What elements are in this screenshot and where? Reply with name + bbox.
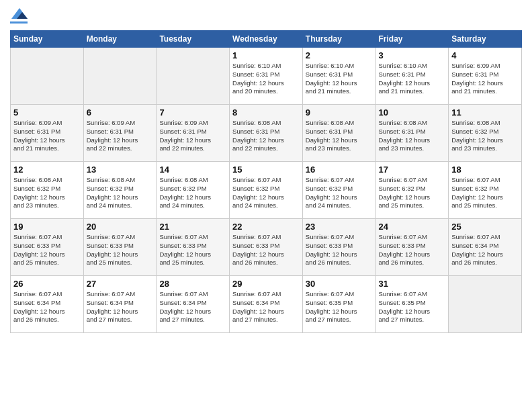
day-info: Sunrise: 6:07 AM Sunset: 6:34 PM Dayligh… — [451, 233, 519, 267]
day-info: Sunrise: 6:08 AM Sunset: 6:31 PM Dayligh… — [306, 119, 373, 153]
calendar-cell: 15Sunrise: 6:07 AM Sunset: 6:32 PM Dayli… — [230, 162, 303, 219]
day-number: 22 — [232, 222, 300, 232]
day-info: Sunrise: 6:07 AM Sunset: 6:32 PM Dayligh… — [232, 176, 300, 210]
day-info: Sunrise: 6:07 AM Sunset: 6:34 PM Dayligh… — [13, 290, 81, 324]
calendar-cell: 3Sunrise: 6:10 AM Sunset: 6:31 PM Daylig… — [375, 48, 449, 105]
calendar-cell: 1Sunrise: 6:10 AM Sunset: 6:31 PM Daylig… — [230, 48, 303, 105]
day-number: 12 — [13, 165, 81, 175]
day-info: Sunrise: 6:07 AM Sunset: 6:32 PM Dayligh… — [451, 176, 519, 210]
logo-icon — [11, 7, 28, 20]
day-info: Sunrise: 6:08 AM Sunset: 6:31 PM Dayligh… — [232, 119, 300, 153]
calendar-cell: 28Sunrise: 6:07 AM Sunset: 6:34 PM Dayli… — [157, 276, 230, 333]
day-info: Sunrise: 6:07 AM Sunset: 6:33 PM Dayligh… — [87, 233, 154, 267]
calendar-week-4: 19Sunrise: 6:07 AM Sunset: 6:33 PM Dayli… — [11, 219, 522, 276]
calendar-cell: 24Sunrise: 6:07 AM Sunset: 6:33 PM Dayli… — [375, 219, 449, 276]
calendar-cell: 6Sunrise: 6:09 AM Sunset: 6:31 PM Daylig… — [83, 105, 157, 162]
day-number: 5 — [13, 107, 81, 118]
day-info: Sunrise: 6:10 AM Sunset: 6:31 PM Dayligh… — [306, 62, 373, 96]
day-info: Sunrise: 6:08 AM Sunset: 6:31 PM Dayligh… — [379, 119, 446, 153]
calendar-cell: 8Sunrise: 6:08 AM Sunset: 6:31 PM Daylig… — [230, 105, 303, 162]
calendar-week-1: 1Sunrise: 6:10 AM Sunset: 6:31 PM Daylig… — [11, 48, 522, 105]
day-info: Sunrise: 6:09 AM Sunset: 6:31 PM Dayligh… — [159, 119, 226, 153]
day-number: 14 — [159, 165, 226, 175]
weekday-header-wednesday: Wednesday — [230, 31, 303, 48]
day-number: 20 — [87, 222, 154, 232]
day-info: Sunrise: 6:08 AM Sunset: 6:32 PM Dayligh… — [451, 119, 519, 153]
day-number: 28 — [159, 279, 226, 289]
calendar-cell — [83, 48, 157, 105]
day-number: 25 — [451, 222, 519, 232]
day-info: Sunrise: 6:09 AM Sunset: 6:31 PM Dayligh… — [87, 119, 154, 153]
day-number: 13 — [87, 165, 154, 175]
calendar-cell: 7Sunrise: 6:09 AM Sunset: 6:31 PM Daylig… — [157, 105, 230, 162]
day-info: Sunrise: 6:07 AM Sunset: 6:32 PM Dayligh… — [379, 176, 446, 210]
day-number: 3 — [379, 50, 446, 60]
calendar-cell — [449, 276, 522, 333]
day-number: 9 — [306, 107, 373, 118]
calendar-cell: 31Sunrise: 6:07 AM Sunset: 6:35 PM Dayli… — [375, 276, 449, 333]
header — [10, 7, 522, 24]
calendar-cell: 29Sunrise: 6:07 AM Sunset: 6:34 PM Dayli… — [230, 276, 303, 333]
calendar-week-5: 26Sunrise: 6:07 AM Sunset: 6:34 PM Dayli… — [11, 276, 522, 333]
day-info: Sunrise: 6:08 AM Sunset: 6:32 PM Dayligh… — [87, 176, 154, 210]
calendar-cell: 18Sunrise: 6:07 AM Sunset: 6:32 PM Dayli… — [449, 162, 522, 219]
day-info: Sunrise: 6:07 AM Sunset: 6:33 PM Dayligh… — [13, 233, 81, 267]
day-info: Sunrise: 6:08 AM Sunset: 6:32 PM Dayligh… — [13, 176, 81, 210]
day-info: Sunrise: 6:08 AM Sunset: 6:32 PM Dayligh… — [159, 176, 226, 210]
calendar-cell: 16Sunrise: 6:07 AM Sunset: 6:32 PM Dayli… — [302, 162, 375, 219]
calendar-cell: 23Sunrise: 6:07 AM Sunset: 6:33 PM Dayli… — [302, 219, 375, 276]
calendar-cell: 12Sunrise: 6:08 AM Sunset: 6:32 PM Dayli… — [11, 162, 84, 219]
day-number: 30 — [306, 279, 373, 289]
weekday-header-thursday: Thursday — [302, 31, 375, 48]
day-info: Sunrise: 6:07 AM Sunset: 6:33 PM Dayligh… — [232, 233, 300, 267]
calendar-header-row: SundayMondayTuesdayWednesdayThursdayFrid… — [11, 31, 522, 48]
day-number: 18 — [451, 165, 519, 175]
weekday-header-sunday: Sunday — [11, 31, 84, 48]
calendar-cell — [157, 48, 230, 105]
calendar-cell: 2Sunrise: 6:10 AM Sunset: 6:31 PM Daylig… — [302, 48, 375, 105]
calendar-cell: 26Sunrise: 6:07 AM Sunset: 6:34 PM Dayli… — [11, 276, 84, 333]
calendar-cell: 9Sunrise: 6:08 AM Sunset: 6:31 PM Daylig… — [302, 105, 375, 162]
day-info: Sunrise: 6:07 AM Sunset: 6:33 PM Dayligh… — [159, 233, 226, 267]
day-info: Sunrise: 6:07 AM Sunset: 6:34 PM Dayligh… — [87, 290, 154, 324]
day-number: 2 — [306, 50, 373, 60]
calendar-cell: 11Sunrise: 6:08 AM Sunset: 6:32 PM Dayli… — [449, 105, 522, 162]
day-number: 4 — [451, 50, 519, 60]
day-info: Sunrise: 6:07 AM Sunset: 6:34 PM Dayligh… — [159, 290, 226, 324]
weekday-header-monday: Monday — [83, 31, 157, 48]
calendar-cell: 4Sunrise: 6:09 AM Sunset: 6:31 PM Daylig… — [449, 48, 522, 105]
day-info: Sunrise: 6:07 AM Sunset: 6:35 PM Dayligh… — [379, 290, 446, 324]
day-info: Sunrise: 6:10 AM Sunset: 6:31 PM Dayligh… — [232, 62, 300, 96]
day-info: Sunrise: 6:09 AM Sunset: 6:31 PM Dayligh… — [451, 62, 519, 96]
calendar-cell: 22Sunrise: 6:07 AM Sunset: 6:33 PM Dayli… — [230, 219, 303, 276]
day-info: Sunrise: 6:07 AM Sunset: 6:34 PM Dayligh… — [232, 290, 300, 324]
day-number: 7 — [159, 107, 226, 118]
day-number: 31 — [379, 279, 446, 289]
day-info: Sunrise: 6:10 AM Sunset: 6:31 PM Dayligh… — [379, 62, 446, 96]
weekday-header-saturday: Saturday — [449, 31, 522, 48]
day-number: 24 — [379, 222, 446, 232]
weekday-header-friday: Friday — [375, 31, 449, 48]
calendar-cell: 5Sunrise: 6:09 AM Sunset: 6:31 PM Daylig… — [11, 105, 84, 162]
calendar-cell: 27Sunrise: 6:07 AM Sunset: 6:34 PM Dayli… — [83, 276, 157, 333]
day-number: 11 — [451, 107, 519, 118]
day-number: 6 — [87, 107, 154, 118]
calendar-week-3: 12Sunrise: 6:08 AM Sunset: 6:32 PM Dayli… — [11, 162, 522, 219]
calendar-cell: 25Sunrise: 6:07 AM Sunset: 6:34 PM Dayli… — [449, 219, 522, 276]
day-info: Sunrise: 6:07 AM Sunset: 6:33 PM Dayligh… — [306, 233, 373, 267]
day-info: Sunrise: 6:07 AM Sunset: 6:32 PM Dayligh… — [306, 176, 373, 210]
day-number: 1 — [232, 50, 300, 60]
logo-underline — [10, 21, 28, 24]
day-info: Sunrise: 6:09 AM Sunset: 6:31 PM Dayligh… — [13, 119, 81, 153]
day-number: 16 — [306, 165, 373, 175]
calendar-cell: 30Sunrise: 6:07 AM Sunset: 6:35 PM Dayli… — [302, 276, 375, 333]
day-number: 23 — [306, 222, 373, 232]
logo — [10, 7, 28, 24]
calendar-cell: 19Sunrise: 6:07 AM Sunset: 6:33 PM Dayli… — [11, 219, 84, 276]
calendar-cell: 14Sunrise: 6:08 AM Sunset: 6:32 PM Dayli… — [157, 162, 230, 219]
calendar-table: SundayMondayTuesdayWednesdayThursdayFrid… — [10, 30, 522, 333]
calendar-cell: 10Sunrise: 6:08 AM Sunset: 6:31 PM Dayli… — [375, 105, 449, 162]
weekday-header-tuesday: Tuesday — [157, 31, 230, 48]
day-info: Sunrise: 6:07 AM Sunset: 6:33 PM Dayligh… — [379, 233, 446, 267]
day-number: 29 — [232, 279, 300, 289]
